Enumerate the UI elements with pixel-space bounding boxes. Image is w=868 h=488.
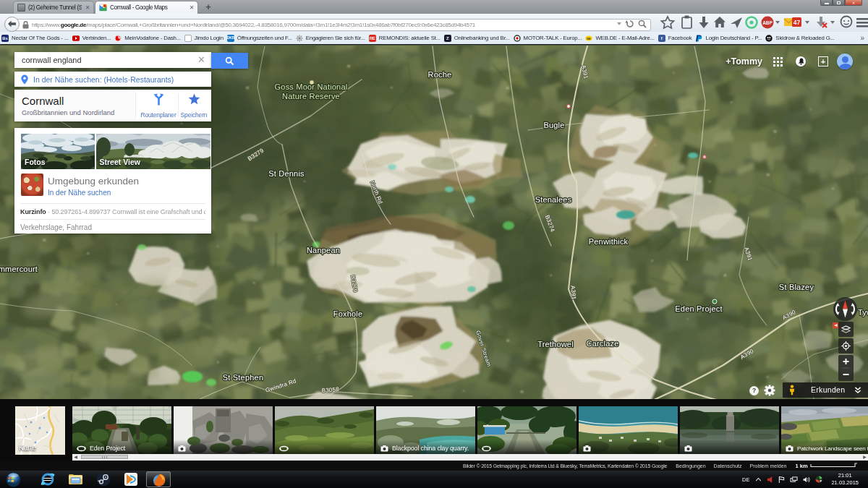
svg-text:Penwithick: Penwithick	[589, 237, 629, 246]
svg-text:Summercourt: Summercourt	[0, 265, 38, 273]
svg-text:Bugle: Bugle	[543, 121, 564, 129]
svg-text:St Stephen: St Stephen	[223, 373, 263, 382]
svg-text:Roche: Roche	[428, 70, 452, 79]
svg-text:Trethowel: Trethowel	[537, 340, 574, 348]
svg-text:Tyw: Tyw	[858, 308, 868, 317]
svg-text:ABP: ABP	[762, 20, 773, 25]
svg-text:Stenalees: Stenalees	[535, 195, 572, 204]
svg-text:Foxhole: Foxhole	[333, 309, 363, 318]
svg-text:Eden Project: Eden Project	[675, 304, 722, 313]
svg-text:Carclaze: Carclaze	[586, 339, 618, 348]
svg-text:St Blazey: St Blazey	[779, 283, 814, 291]
svg-text:Nature Reserve: Nature Reserve	[282, 92, 340, 100]
svg-text:St Dennis: St Dennis	[268, 169, 305, 178]
svg-text:47: 47	[793, 19, 801, 26]
svg-text:DE: DE	[587, 36, 592, 40]
svg-text:Nanpean: Nanpean	[307, 246, 340, 254]
svg-text:Goss Moor National: Goss Moor National	[275, 82, 348, 91]
svg-text:A391: A391	[569, 286, 577, 301]
